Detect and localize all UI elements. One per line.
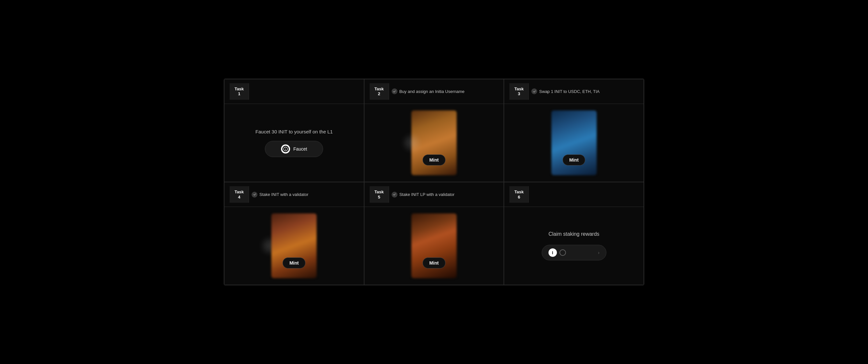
task-6-body: Claim staking rewards I › <box>504 207 644 285</box>
task-2-card-glow <box>405 136 418 149</box>
faucet-btn-label: Faucet <box>293 146 307 151</box>
task-2-card-image <box>411 110 457 175</box>
task-6-label: Task 6 <box>514 190 524 199</box>
task-header-5: Task 5 Stake INIT LP with a validator <box>365 182 504 207</box>
task-4-card: Mint <box>271 214 317 278</box>
task-cell-3: Task 3 Swap 1 INIT to USDC, ETH, TIA Min… <box>504 79 644 182</box>
task-3-check-icon <box>531 88 537 94</box>
task-1-number-box: Task 1 <box>229 83 249 100</box>
task-header-1: Task 1 <box>224 79 364 104</box>
task-3-card: Mint <box>551 110 597 175</box>
task-4-title-container: Stake INIT with a validator <box>252 192 309 198</box>
task-header-6: Task 6 <box>504 182 644 207</box>
task-5-card: Mint <box>411 214 457 278</box>
task-cell-2: Task 2 Buy and assign an Initia Username <box>364 79 504 182</box>
claim-content: Claim staking rewards I › <box>510 231 637 260</box>
task-2-card: Mint <box>411 110 457 175</box>
task-2-title: Buy and assign an Initia Username <box>399 89 465 94</box>
faucet-icon: i <box>281 144 290 153</box>
task-4-number-box: Task 4 <box>229 186 249 203</box>
page-wrapper: Task 1 Faucet 30 INIT to yourself on the… <box>217 72 651 292</box>
claim-text: Claim staking rewards <box>549 231 599 237</box>
task-5-label: Task 5 <box>374 190 384 199</box>
task-3-label: Task 3 <box>514 86 524 96</box>
task-cell-5: Task 5 Stake INIT LP with a validator Mi… <box>364 182 504 285</box>
task-5-body: Mint <box>365 207 504 285</box>
task-5-title: Stake INIT LP with a validator <box>399 192 455 197</box>
task-6-number-box: Task 6 <box>509 186 529 203</box>
task-2-label: Task 2 <box>374 86 384 96</box>
task-4-body: Mint <box>224 207 364 285</box>
faucet-content: Faucet 30 INIT to yourself on the L1 i F… <box>231 129 358 157</box>
task-3-mint-button[interactable]: Mint <box>562 155 585 166</box>
task-5-number-box: Task 5 <box>370 186 389 203</box>
task-2-title-container: Buy and assign an Initia Username <box>392 88 465 94</box>
task-3-number-box: Task 3 <box>509 83 529 100</box>
task-header-2: Task 2 Buy and assign an Initia Username <box>365 79 504 104</box>
task-4-mint-button[interactable]: Mint <box>283 257 306 269</box>
task-header-3: Task 3 Swap 1 INIT to USDC, ETH, TIA <box>504 79 644 104</box>
task-4-card-image <box>271 214 317 278</box>
task-1-label: Task 1 <box>235 86 244 96</box>
task-1-body: Faucet 30 INIT to yourself on the L1 i F… <box>224 104 364 182</box>
task-5-mint-button[interactable]: Mint <box>423 257 446 269</box>
chevron-right-icon: › <box>598 250 599 255</box>
task-4-check-icon <box>252 192 257 198</box>
faucet-text: Faucet 30 INIT to yourself on the L1 <box>255 129 333 134</box>
task-3-card-image <box>551 110 597 175</box>
svg-text:i: i <box>285 148 286 151</box>
task-cell-4: Task 4 Stake INIT with a validator <box>224 182 364 285</box>
task-3-title-container: Swap 1 INIT to USDC, ETH, TIA <box>531 88 599 94</box>
task-header-4: Task 4 Stake INIT with a validator <box>224 182 364 207</box>
task-3-body: Mint <box>504 104 644 182</box>
o-icon <box>559 249 566 256</box>
claim-btn-left: I <box>549 248 566 257</box>
faucet-button[interactable]: i Faucet <box>265 141 323 157</box>
task-5-card-image <box>411 214 457 278</box>
tasks-grid: Task 1 Faucet 30 INIT to yourself on the… <box>224 79 644 285</box>
claim-button[interactable]: I › <box>542 245 607 260</box>
task-4-label: Task 4 <box>235 190 244 199</box>
task-2-check-icon <box>392 88 398 94</box>
faucet-icon-inner: i <box>282 146 289 152</box>
task-2-number-box: Task 2 <box>370 83 389 100</box>
task-3-title: Swap 1 INIT to USDC, ETH, TIA <box>539 89 599 94</box>
task-5-check-icon <box>392 192 398 198</box>
task-cell-1: Task 1 Faucet 30 INIT to yourself on the… <box>224 79 364 182</box>
task-2-mint-button[interactable]: Mint <box>423 155 446 166</box>
task-4-title: Stake INIT with a validator <box>259 192 309 197</box>
task-cell-6: Task 6 Claim staking rewards I › <box>504 182 644 285</box>
task-5-title-container: Stake INIT LP with a validator <box>392 192 455 198</box>
initia-icon: I <box>549 248 557 257</box>
task-2-body: Mint <box>365 104 504 182</box>
